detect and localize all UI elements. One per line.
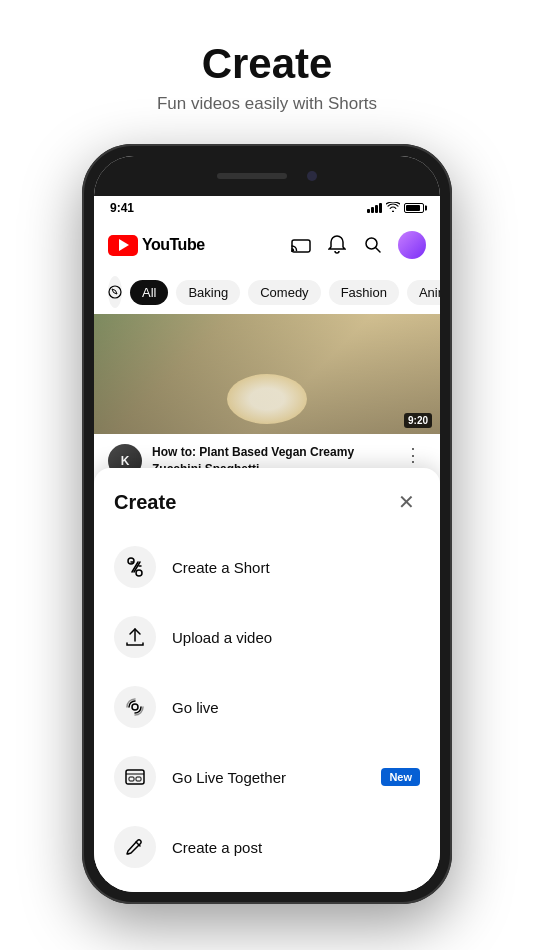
svg-rect-8 (129, 777, 134, 781)
svg-point-5 (136, 570, 142, 576)
svg-point-3 (109, 286, 121, 298)
youtube-logo[interactable]: YouTube (108, 235, 205, 256)
status-bar: 9:41 (94, 196, 440, 220)
svg-point-6 (132, 704, 138, 710)
video-thumbnail[interactable]: 9:20 (94, 314, 440, 434)
go-live-item[interactable]: Go live (94, 672, 440, 742)
phone-top-bar (94, 156, 440, 196)
upload-video-item[interactable]: Upload a video (94, 602, 440, 672)
page-title: Create (157, 40, 377, 88)
video-more-button[interactable]: ⋮ (400, 444, 426, 466)
create-post-label: Create a post (172, 839, 262, 856)
filter-bar: All Baking Comedy Fashion Anima... (94, 270, 440, 314)
phone-wrapper: 9:41 (82, 144, 452, 904)
svg-point-4 (128, 558, 134, 564)
screen: 9:41 (94, 196, 440, 892)
wifi-icon (386, 202, 400, 214)
youtube-logo-text: YouTube (142, 236, 205, 254)
filter-all[interactable]: All (130, 280, 168, 305)
cast-icon[interactable] (290, 234, 312, 256)
page-subtitle: Fun videos easily with Shorts (157, 94, 377, 114)
phone-inner: 9:41 (94, 156, 440, 892)
avatar[interactable] (398, 231, 426, 259)
page-header: Create Fun videos easily with Shorts (137, 0, 397, 134)
filter-animation[interactable]: Anima... (407, 280, 440, 305)
svg-rect-9 (136, 777, 141, 781)
new-badge: New (381, 768, 420, 786)
create-modal: Create ✕ (94, 468, 440, 892)
plate-visual (227, 374, 307, 424)
svg-point-1 (291, 250, 293, 252)
svg-point-2 (366, 238, 377, 249)
create-post-item[interactable]: Create a post (94, 812, 440, 882)
upload-video-label: Upload a video (172, 629, 272, 646)
modal-title: Create (114, 491, 176, 514)
filter-fashion[interactable]: Fashion (329, 280, 399, 305)
create-post-icon (114, 826, 156, 868)
create-short-icon (114, 546, 156, 588)
signal-icon (367, 203, 382, 213)
youtube-logo-icon (108, 235, 138, 256)
modal-close-button[interactable]: ✕ (392, 488, 420, 516)
upload-video-icon (114, 616, 156, 658)
create-short-item[interactable]: Create a Short (94, 532, 440, 602)
filter-comedy[interactable]: Comedy (248, 280, 320, 305)
filter-baking[interactable]: Baking (176, 280, 240, 305)
go-live-together-item[interactable]: Go Live Together New (94, 742, 440, 812)
phone-speaker (217, 173, 287, 179)
phone-camera (307, 171, 317, 181)
status-time: 9:41 (110, 201, 134, 215)
svg-rect-7 (126, 770, 144, 784)
go-live-icon (114, 686, 156, 728)
go-live-label: Go live (172, 699, 219, 716)
battery-fill (406, 205, 420, 211)
status-icons (367, 202, 424, 214)
go-live-together-label: Go Live Together (172, 769, 286, 786)
create-short-label: Create a Short (172, 559, 270, 576)
modal-header: Create ✕ (94, 488, 440, 532)
filter-explore[interactable] (108, 276, 122, 308)
search-icon[interactable] (362, 234, 384, 256)
video-duration: 9:20 (404, 413, 432, 428)
youtube-header: YouTube (94, 220, 440, 270)
bell-icon[interactable] (326, 234, 348, 256)
phone-outer: 9:41 (82, 144, 452, 904)
battery-icon (404, 203, 424, 213)
header-icons (290, 231, 426, 259)
go-live-together-icon (114, 756, 156, 798)
